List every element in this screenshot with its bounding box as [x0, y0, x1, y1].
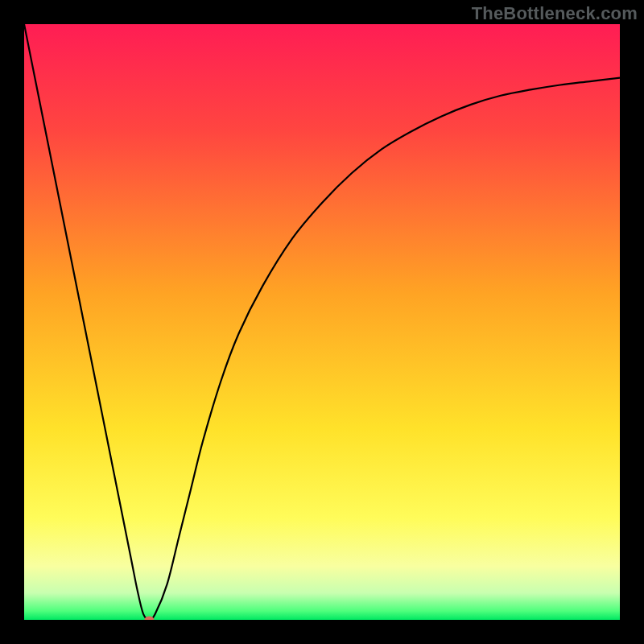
plot-area [24, 24, 620, 620]
chart-svg [24, 24, 620, 620]
chart-frame: TheBottleneck.com [0, 0, 644, 644]
chart-background [24, 24, 620, 620]
watermark-text: TheBottleneck.com [472, 3, 638, 24]
